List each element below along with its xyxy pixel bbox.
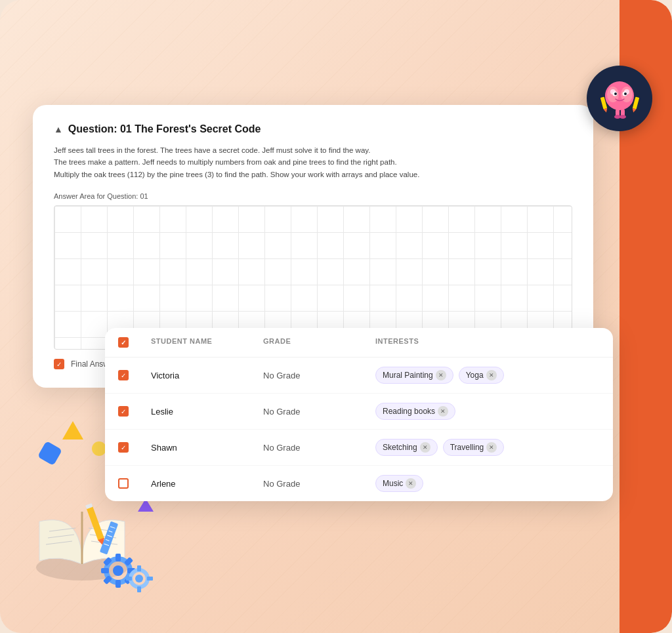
svg-point-44 (135, 575, 143, 582)
tag-label: Yoga (466, 371, 484, 380)
table-header: ✓ STUDENT NAME GRADE INTERESTS (105, 328, 613, 357)
question-line3: Multiply the oak trees (112) by the pine… (54, 171, 419, 178)
question-line2: The trees make a pattern. Jeff needs to … (54, 158, 397, 166)
avatar (587, 66, 652, 131)
question-title: Question: 01 The Forest's Secret Code (68, 123, 261, 135)
tag-label: Mural Painting (383, 371, 433, 380)
interest-tag: Mural Painting ✕ (375, 367, 453, 384)
tag-close-button[interactable]: ✕ (438, 406, 448, 417)
shape-yellow-small (92, 441, 106, 456)
row1-name: Victoria (151, 371, 263, 380)
question-body: Jeff sees tall trees in the forest. The … (54, 144, 513, 180)
row4-checkbox-cell (118, 478, 151, 489)
gear-small-decoration (125, 564, 154, 594)
table-row: Arlene No Grade Music ✕ (105, 466, 613, 501)
tag-label: Sketching (383, 443, 417, 452)
tag-close-button[interactable]: ✕ (486, 442, 497, 453)
tag-close-button[interactable]: ✕ (436, 370, 446, 380)
table-row: ✓ Shawn No Grade Sketching ✕ Travelling … (105, 430, 613, 466)
interest-tag: Reading books ✕ (375, 403, 455, 420)
tag-close-button[interactable]: ✕ (420, 442, 430, 453)
row2-checkbox[interactable]: ✓ (118, 406, 129, 417)
row3-checkbox-cell: ✓ (118, 442, 151, 453)
row2-name: Leslie (151, 407, 263, 417)
student-table: ✓ STUDENT NAME GRADE INTERESTS ✓ Victori… (105, 328, 613, 501)
row1-grade: No Grade (263, 371, 375, 380)
row1-checkbox-cell: ✓ (118, 370, 151, 380)
interests-col-header: INTERESTS (375, 337, 600, 348)
interest-tag: Sketching ✕ (375, 439, 438, 456)
row1-interests: Mural Painting ✕ Yoga ✕ (375, 367, 600, 384)
svg-rect-45 (137, 565, 141, 571)
grade-col-header: GRADE (263, 337, 375, 348)
row3-grade: No Grade (263, 443, 375, 453)
table-row: ✓ Leslie No Grade Reading books ✕ (105, 394, 613, 430)
row3-interests: Sketching ✕ Travelling ✕ (375, 439, 600, 456)
tag-close-button[interactable]: ✕ (486, 370, 497, 380)
tag-label: Music (383, 479, 403, 488)
shape-yellow-triangle (62, 421, 83, 439)
tag-label: Reading books (383, 407, 435, 416)
checkbox-header: ✓ (118, 337, 151, 348)
row4-name: Arlene (151, 479, 263, 489)
svg-rect-37 (101, 568, 109, 573)
final-answer-checkbox[interactable]: ✓ (54, 359, 64, 369)
chevron-up-icon: ▲ (54, 124, 63, 134)
row4-checkbox[interactable] (118, 478, 129, 489)
svg-point-8 (624, 92, 627, 95)
tag-label: Travelling (450, 443, 484, 452)
select-all-checkbox[interactable]: ✓ (118, 337, 129, 348)
row4-grade: No Grade (263, 479, 375, 489)
svg-rect-35 (116, 554, 121, 562)
svg-rect-48 (147, 577, 153, 581)
svg-point-7 (614, 92, 617, 95)
row4-interests: Music ✕ (375, 475, 600, 492)
row3-checkbox[interactable]: ✓ (118, 442, 129, 453)
row2-grade: No Grade (263, 407, 375, 417)
svg-rect-36 (116, 580, 121, 588)
interest-tag: Music ✕ (375, 475, 423, 492)
svg-point-34 (113, 565, 123, 576)
row2-checkbox-cell: ✓ (118, 406, 151, 417)
row3-name: Shawn (151, 443, 263, 453)
svg-point-16 (620, 115, 626, 119)
question-header: ▲ Question: 01 The Forest's Secret Code (54, 123, 572, 135)
interest-tag: Yoga ✕ (459, 367, 504, 384)
table-row: ✓ Victoria No Grade Mural Painting ✕ Yog… (105, 357, 613, 394)
row1-checkbox[interactable]: ✓ (118, 370, 129, 380)
name-col-header: STUDENT NAME (151, 337, 263, 348)
tag-close-button[interactable]: ✕ (406, 478, 416, 489)
question-line1: Jeff sees tall trees in the forest. The … (54, 146, 370, 154)
row2-interests: Reading books ✕ (375, 403, 600, 420)
answer-area-label: Answer Area for Question: 01 (54, 192, 572, 200)
svg-rect-46 (137, 586, 141, 592)
svg-rect-47 (126, 577, 132, 581)
interest-tag: Travelling ✕ (443, 439, 505, 456)
